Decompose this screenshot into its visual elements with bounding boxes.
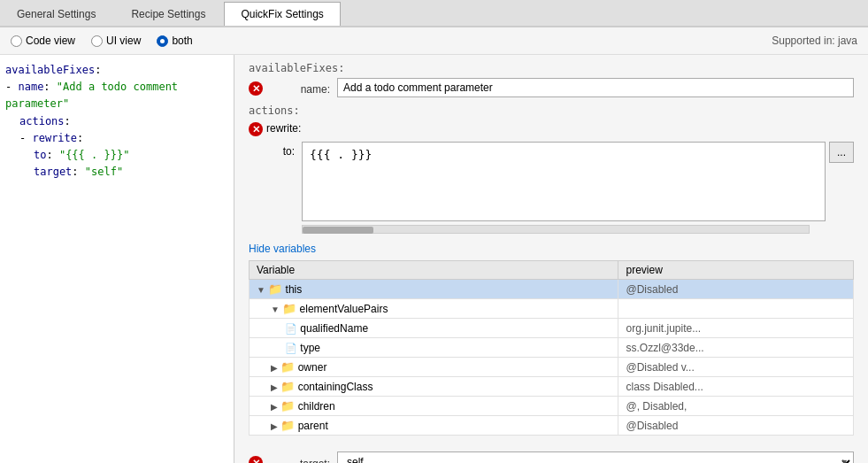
var-name: type (300, 342, 320, 354)
code-avail-key: availableFixes (5, 64, 95, 76)
code-target-line: target: "self" (5, 164, 228, 181)
target-label: target: (266, 454, 337, 463)
var-name: children (298, 400, 335, 413)
scroll-track (302, 225, 810, 234)
var-name-cell: 📄 qualifiedName (250, 319, 618, 338)
expand-arrow-icon[interactable]: ▼ (271, 305, 280, 314)
name-input[interactable] (337, 78, 854, 97)
var-name-cell: 📄 type (250, 338, 618, 358)
variables-table: Variable preview ▼ 📁 this@Disabled▼ 📁 el… (249, 260, 854, 436)
ui-view-radio-circle (91, 35, 103, 47)
table-row[interactable]: ▼ 📁 this@Disabled (250, 280, 854, 299)
var-name-cell: ▶ 📁 containingClass (250, 377, 618, 397)
to-label: to: (249, 142, 302, 158)
main-layout: availableFixes: - name: "Add a todo comm… (0, 55, 868, 463)
tab-general[interactable]: General Settings (0, 2, 112, 26)
both-radio[interactable]: both (157, 35, 192, 47)
available-fixes-header: availableFixes: (234, 55, 868, 78)
left-code-panel: availableFixes: - name: "Add a todo comm… (0, 55, 234, 463)
var-name: owner (298, 361, 327, 374)
code-view-radio[interactable]: Code view (11, 35, 75, 47)
ellipsis-button[interactable]: ... (829, 142, 854, 163)
to-row: to: ... (249, 142, 854, 221)
var-name: containingClass (298, 381, 373, 393)
hide-vars-container: Hide variables (234, 239, 868, 260)
target-select[interactable]: self parent child (337, 451, 854, 463)
var-preview-cell: @Disabled v... (618, 358, 854, 377)
code-rewrite-line: - rewrite: (5, 130, 228, 147)
actions-header: actions: (234, 103, 868, 120)
folder-icon: 📁 (282, 302, 296, 315)
code-actions-line: actions: (5, 113, 228, 130)
scroll-thumb (303, 227, 373, 234)
col-variable: Variable (250, 261, 618, 280)
col-preview: preview (618, 261, 854, 280)
table-row[interactable]: ▼ 📁 elementValuePairs (250, 299, 854, 319)
var-name-cell: ▶ 📁 parent (250, 416, 618, 436)
table-row[interactable]: ▶ 📁 children@, Disabled, (250, 397, 854, 416)
target-row: ✕ target: self parent child (234, 446, 868, 463)
name-row: ✕ name: (234, 78, 868, 97)
delete-rewrite-button[interactable]: ✕ (249, 122, 263, 136)
expand-arrow-icon[interactable]: ▶ (271, 402, 278, 412)
table-header-row: Variable preview (250, 261, 854, 280)
var-name-cell: ▶ 📁 owner (250, 358, 618, 377)
file-icon: 📄 (285, 323, 297, 334)
folder-icon: 📁 (268, 282, 282, 296)
var-preview-cell: org.junit.jupite... (618, 319, 854, 338)
var-preview-cell (618, 299, 854, 319)
folder-icon: 📁 (280, 380, 295, 393)
var-name-cell: ▶ 📁 children (250, 397, 618, 416)
variables-section: Variable preview ▼ 📁 this@Disabled▼ 📁 el… (234, 260, 868, 443)
hide-variables-link[interactable]: Hide variables (249, 239, 854, 260)
table-row[interactable]: 📄 qualifiedNameorg.junit.jupite... (250, 319, 854, 338)
var-preview-cell: @Disabled (618, 280, 854, 299)
rewrite-section: ✕ rewrite: to: ... (234, 120, 868, 234)
code-to-line: to: "{{{ . }}}" (5, 147, 228, 164)
var-name: parent (298, 420, 328, 432)
tab-recipe[interactable]: Recipe Settings (114, 2, 222, 26)
ui-view-label: UI view (106, 35, 141, 47)
expand-arrow-icon[interactable]: ▶ (271, 363, 278, 373)
code-view-radio-circle (11, 35, 22, 47)
expand-arrow-icon[interactable]: ▶ (271, 382, 278, 392)
to-input-wrapper: ... (302, 142, 854, 221)
target-select-wrapper: self parent child (337, 451, 854, 463)
expand-arrow-icon[interactable]: ▶ (271, 421, 278, 431)
view-mode-row: Code view UI view both Supported in: jav… (0, 27, 868, 55)
var-preview-cell: class Disabled... (618, 377, 854, 397)
table-row[interactable]: ▶ 📁 parent@Disabled (250, 416, 854, 436)
var-preview-cell: @, Disabled, (618, 397, 854, 416)
tab-quickfix[interactable]: QuickFix Settings (224, 2, 340, 26)
name-label: name: (266, 80, 337, 96)
var-preview-cell: @Disabled (618, 416, 854, 436)
delete-available-fix-button[interactable]: ✕ (249, 81, 263, 96)
ui-view-radio[interactable]: UI view (91, 35, 141, 47)
folder-icon: 📁 (280, 419, 295, 432)
both-radio-circle (157, 35, 168, 47)
both-label: both (172, 35, 192, 47)
table-row[interactable]: ▶ 📁 owner@Disabled v... (250, 358, 854, 377)
delete-target-button[interactable]: ✕ (249, 456, 263, 463)
rewrite-label: rewrite: (266, 122, 301, 135)
expand-arrow-icon[interactable]: ▼ (257, 285, 265, 295)
var-name: this (286, 283, 303, 296)
var-preview-cell: ss.Ozzl@33de... (618, 338, 854, 358)
code-available-fixes: availableFixes: (5, 62, 228, 79)
var-name-cell: ▼ 📁 elementValuePairs (250, 299, 618, 319)
code-view-label: Code view (26, 35, 75, 47)
file-icon: 📄 (285, 343, 297, 353)
supported-text: Supported in: java (772, 35, 857, 47)
textarea-scrollbar-track (302, 225, 810, 234)
var-name: elementValuePairs (300, 303, 388, 315)
tab-bar: General Settings Recipe Settings QuickFi… (0, 0, 868, 27)
right-form-panel: availableFixes: ✕ name: actions: ✕ rewri… (234, 55, 868, 463)
code-name-line: - name: "Add a todo comment parameter" (5, 79, 228, 112)
to-textarea[interactable] (302, 142, 826, 221)
folder-icon: 📁 (280, 360, 295, 374)
rewrite-row: ✕ rewrite: (249, 120, 854, 136)
table-row[interactable]: 📄 typess.Ozzl@33de... (250, 338, 854, 358)
var-name-cell: ▼ 📁 this (250, 280, 618, 299)
table-row[interactable]: ▶ 📁 containingClassclass Disabled... (250, 377, 854, 397)
var-name: qualifiedName (300, 322, 368, 335)
